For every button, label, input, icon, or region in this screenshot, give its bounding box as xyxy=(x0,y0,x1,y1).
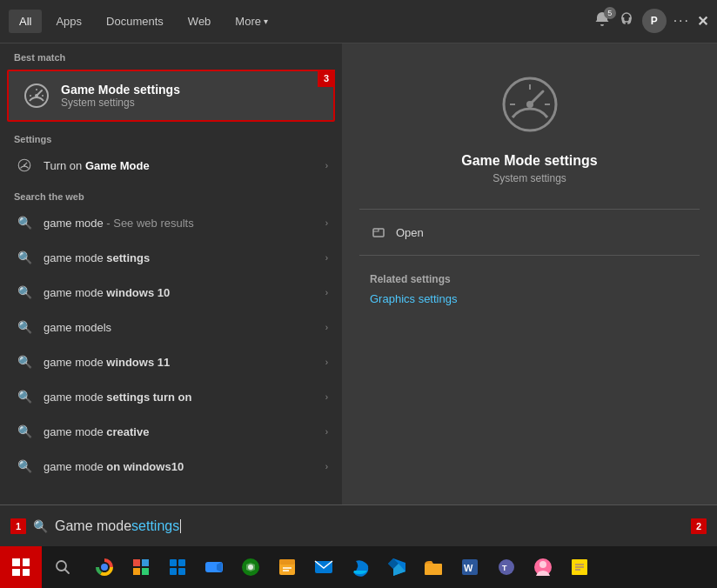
web-bold-6: creative xyxy=(106,425,149,438)
taskbar-xbox-icon[interactable] xyxy=(233,550,268,585)
search-badge-2: 2 xyxy=(691,518,707,534)
web-item-6[interactable]: 🔍 game mode creative › xyxy=(0,414,342,449)
taskbar-teams-icon[interactable]: T xyxy=(489,550,524,585)
svg-text:T: T xyxy=(502,564,507,572)
web-normal-0: game mode xyxy=(44,217,104,230)
web-normal-4: game mode xyxy=(44,356,106,369)
web-item-text-3: game models xyxy=(44,321,325,334)
svg-rect-34 xyxy=(279,559,295,565)
left-panel: Best match xyxy=(0,43,342,548)
web-item-1[interactable]: 🔍 game mode settings › xyxy=(0,240,342,275)
graphics-settings-link[interactable]: Graphics settings xyxy=(359,289,700,309)
app-title-bold: Mode xyxy=(504,153,540,168)
taskbar-sticky-icon[interactable] xyxy=(270,550,305,585)
web-item-0[interactable]: 🔍 game mode - See web results › xyxy=(0,205,342,240)
svg-rect-28 xyxy=(178,568,185,575)
web-chevron-4: › xyxy=(325,357,328,367)
app-title-normal: Game xyxy=(461,153,504,168)
taskbar-stickynotes-icon[interactable] xyxy=(562,550,597,585)
svg-point-3 xyxy=(35,94,38,97)
taskbar-icons: W T xyxy=(84,550,717,585)
web-chevron-7: › xyxy=(325,462,328,471)
taskbar-explorer-icon[interactable] xyxy=(416,550,451,585)
svg-point-9 xyxy=(23,164,25,166)
app-title-after: settings xyxy=(540,153,598,168)
search-icon-1: 🔍 xyxy=(14,247,35,268)
results-container: Best match xyxy=(0,43,717,548)
web-item-3[interactable]: 🔍 game models › xyxy=(0,310,342,344)
open-button[interactable]: Open xyxy=(359,217,700,248)
start-button[interactable] xyxy=(0,546,42,588)
svg-text:W: W xyxy=(464,563,473,573)
svg-rect-42 xyxy=(425,564,442,575)
search-icon-3: 🔍 xyxy=(14,317,35,337)
notifications-icon[interactable]: 5 xyxy=(593,10,611,31)
svg-rect-24 xyxy=(142,568,149,575)
tab-web[interactable]: Web xyxy=(178,10,222,33)
web-bold-7: on windows10 xyxy=(106,460,184,473)
web-chevron-0: › xyxy=(325,218,328,228)
web-item-2[interactable]: 🔍 game mode windows 10 › xyxy=(0,275,342,310)
web-normal-1: game mode xyxy=(44,251,106,264)
svg-rect-26 xyxy=(178,559,185,566)
web-item-5[interactable]: 🔍 game mode settings turn on › xyxy=(0,379,342,414)
best-match-badge: 3 xyxy=(318,70,335,87)
taskbar-avatar-icon[interactable] xyxy=(526,550,560,585)
web-chevron-3: › xyxy=(325,323,328,332)
results-list: Best match xyxy=(0,43,342,548)
taskbar-word-icon[interactable]: W xyxy=(452,550,487,585)
divider-2 xyxy=(359,255,700,256)
close-button[interactable]: ✕ xyxy=(697,13,708,30)
open-label: Open xyxy=(396,226,424,239)
web-chevron-5: › xyxy=(325,392,328,402)
settings-section-label: Settings xyxy=(0,125,342,148)
speedometer-icon xyxy=(21,80,52,111)
more-options-button[interactable]: ··· xyxy=(673,13,690,29)
open-icon xyxy=(370,224,387,241)
windows-logo-icon xyxy=(12,558,30,576)
taskbar-paint-icon[interactable] xyxy=(124,550,158,585)
settings-item-text: Turn on Game Mode xyxy=(44,159,325,172)
divider-1 xyxy=(359,209,700,210)
text-cursor xyxy=(180,519,181,533)
taskbar-store-icon[interactable] xyxy=(160,550,195,585)
search-icon-6: 🔍 xyxy=(14,421,35,442)
taskbar-chrome-icon[interactable] xyxy=(87,550,122,585)
web-item-7[interactable]: 🔍 game mode on windows10 › xyxy=(0,449,342,484)
web-item-text-1: game mode settings xyxy=(44,251,325,264)
search-bar-icon: 🔍 xyxy=(33,519,48,533)
best-match-label: Best match xyxy=(0,43,342,66)
search-badge-1: 1 xyxy=(10,518,26,534)
tab-documents[interactable]: Documents xyxy=(96,10,174,33)
headset-icon[interactable] xyxy=(618,10,635,31)
svg-point-32 xyxy=(248,565,253,570)
taskbar-zoom-icon[interactable] xyxy=(197,550,231,585)
tab-apps[interactable]: Apps xyxy=(45,10,92,33)
web-item-text-5: game mode settings turn on xyxy=(44,391,325,404)
search-panel: All Apps Documents Web More 5 P · xyxy=(0,0,717,546)
web-bold-1: settings xyxy=(106,251,150,264)
tab-all[interactable]: All xyxy=(9,10,42,33)
best-match-text: Game Mode settings System settings xyxy=(61,83,180,109)
web-item-text-7: game mode on windows10 xyxy=(44,460,325,473)
svg-rect-23 xyxy=(133,568,140,575)
best-match-title: Game Mode settings xyxy=(61,83,180,97)
web-bold-2: windows 10 xyxy=(106,286,170,299)
search-blue-text: settings xyxy=(131,518,179,534)
taskbar-mail-icon[interactable] xyxy=(306,550,341,585)
tab-more[interactable]: More xyxy=(224,10,278,33)
taskbar-vscode-icon[interactable] xyxy=(379,550,414,585)
web-item-4[interactable]: 🔍 game mode windows 11 › xyxy=(0,344,342,379)
taskbar-edge-icon[interactable] xyxy=(343,550,378,585)
web-bold-4: windows 11 xyxy=(106,356,170,369)
best-match-item[interactable]: Game Mode settings System settings 3 xyxy=(7,70,335,122)
user-avatar[interactable]: P xyxy=(642,9,667,33)
svg-rect-21 xyxy=(133,559,140,566)
top-right-controls: 5 P ··· ✕ xyxy=(593,9,708,33)
best-match-title-normal: Game xyxy=(61,83,98,97)
turn-on-game-mode-item[interactable]: Turn on Game Mode › xyxy=(0,148,342,183)
web-normal-3: game models xyxy=(44,321,111,334)
web-chevron-2: › xyxy=(325,288,328,297)
settings-gear-icon xyxy=(14,155,35,176)
taskbar-search-button[interactable] xyxy=(42,546,84,588)
